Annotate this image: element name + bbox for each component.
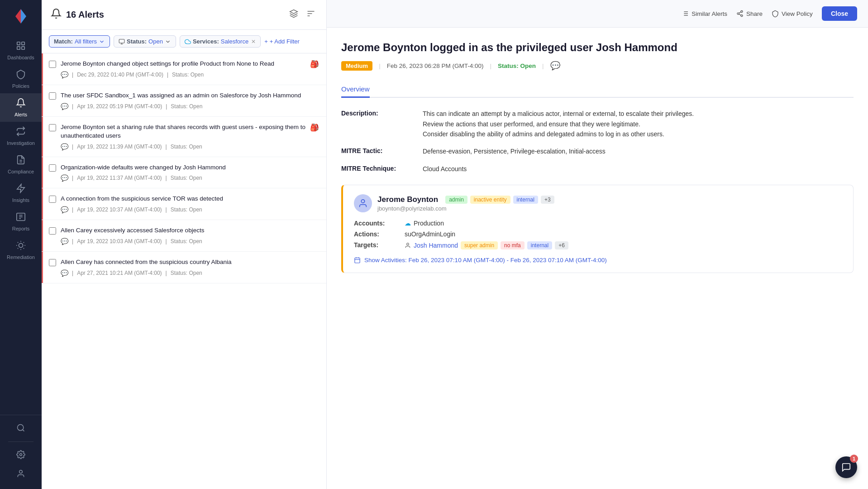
target-name[interactable]: Josh Hammond [414,242,458,249]
svg-rect-47 [355,258,360,263]
svg-rect-5 [17,47,20,49]
sidebar-item-policies[interactable]: Policies [0,65,42,93]
tab-overview[interactable]: Overview [341,82,370,98]
layers-button[interactable] [287,7,300,22]
alert-date: Apr 19, 2022 11:37 AM (GMT-4:00) [77,175,162,181]
alert-item[interactable]: The user SFDC Sandbox_1 was assigned as … [42,85,326,117]
entity-name-section: Jerome Boynton admin inactive entity int… [377,195,554,212]
status-value: Open [148,38,163,45]
svg-rect-31 [119,39,124,43]
alert-checkbox[interactable] [49,124,56,131]
alert-item[interactable]: Allen Carey has connected from the suspi… [42,252,326,283]
show-activities-label: Show Activities: Feb 26, 2023 07:10 AM (… [364,257,607,264]
app-logo[interactable] [12,7,30,27]
bell-icon [51,8,62,21]
sidebar-item-label: Policies [12,83,29,89]
alert-pipe2: | [167,72,168,78]
gear-icon [16,450,25,460]
sidebar-item-remediation[interactable]: Remediation [0,236,42,264]
alert-item-content: Allen Carey has connected from the suspi… [61,258,319,277]
salesforce-chat-icon: 💬 [61,269,68,277]
sidebar-item-alerts[interactable]: Alerts [0,93,42,122]
salesforce-chat-icon: 💬 [61,71,68,78]
comment-icon: 💬 [550,61,560,71]
match-filter-chip[interactable]: Match: All filters [49,35,110,48]
alert-checkbox[interactable] [49,92,56,100]
view-policy-button[interactable]: View Policy [772,10,813,17]
svg-point-14 [19,243,23,247]
add-filter-button[interactable]: + + Add Filter [264,38,300,45]
tag-internal: internal [513,196,538,204]
show-activities-button[interactable]: Show Activities: Feb 26, 2023 07:10 AM (… [354,257,842,264]
chat-icon [841,462,851,472]
alert-checkbox[interactable] [49,61,56,68]
alert-count: 16 Alerts [66,10,104,20]
alert-item[interactable]: Jerome Boynton set a sharing rule that s… [42,117,326,157]
target-tag-internal: internal [527,241,552,249]
entity-name: Jerome Boynton [377,195,438,204]
sidebar-item-reports[interactable]: Reports [0,207,42,236]
alert-severity-border [42,188,43,220]
match-value: All filters [75,38,97,45]
panel-header: 16 Alerts [42,0,326,30]
svg-line-22 [24,242,24,243]
alert-pipe2: | [166,238,167,244]
sidebar-item-profile[interactable] [0,465,42,484]
alert-pipe2: | [166,270,167,276]
alert-item-meta: 💬 | Apr 19, 2022 10:37 AM (GMT-4:00) | S… [61,206,319,213]
alert-item[interactable]: Allen Carey excessively accessed Salesfo… [42,220,326,252]
alert-checkbox[interactable] [49,196,56,203]
sidebar-bottom [0,415,42,484]
alert-item[interactable]: Jerome Boynton changed object settings f… [42,53,326,85]
alert-checkbox[interactable] [49,259,56,266]
alert-severity-high-icon: 🎒 [310,123,319,132]
alert-severity-border [42,85,43,116]
sidebar-item-search[interactable] [0,419,42,438]
chat-badge: 1 [850,455,858,463]
status-icon [119,38,125,45]
svg-point-45 [361,200,364,203]
targets-value: Josh Hammond super admin no mfa internal… [405,241,842,249]
similar-alerts-button[interactable]: Similar Alerts [682,10,727,17]
alert-checkbox[interactable] [49,164,56,172]
service-filter-chip[interactable]: Services: Salesforce ✕ [180,35,261,48]
actions-value: suOrgAdminLogin [405,230,842,238]
alert-severity-border [42,220,43,251]
actions-label: Actions: [354,230,399,238]
mitre-technique-value: Cloud Accounts [423,164,854,174]
sidebar-item-settings[interactable] [0,446,42,465]
chat-bubble[interactable]: 1 [835,456,857,478]
svg-rect-6 [22,47,24,49]
panel-title: 16 Alerts [51,8,104,21]
alert-pipe2: | [166,103,167,110]
sidebar-item-insights[interactable]: Insights [0,179,42,207]
alert-item[interactable]: Organization-wide defaults were changed … [42,157,326,189]
alert-item[interactable]: A connection from the suspicious service… [42,188,326,220]
sidebar-item-investigation[interactable]: Investigation [0,122,42,150]
service-value: Salesforce [221,38,248,45]
alert-pipe: | [72,103,73,110]
sidebar-item-label: Reports [12,226,30,231]
alert-item-content: Jerome Boynton changed object settings f… [61,60,310,78]
share-button[interactable]: Share [736,10,763,17]
alert-checkbox[interactable] [49,227,56,235]
status-filter-chip[interactable]: Status: Open [114,35,176,48]
alert-item-content: Jerome Boynton set a sharing rule that s… [61,123,310,150]
sidebar-item-dashboards[interactable]: Dashboards [0,36,42,65]
alert-item-title: Jerome Boynton set a sharing rule that s… [61,123,310,140]
alert-status: Status: Open [172,72,204,78]
service-filter-remove[interactable]: ✕ [251,38,256,45]
target-tag-superadmin: super admin [461,241,498,249]
close-button[interactable]: Close [822,6,857,21]
salesforce-icon: ☁ [405,220,411,227]
alert-status: Status: Open [171,175,202,181]
mitre-tactic-value: Defense-evasion, Persistence, Privilege-… [423,146,854,156]
avatar [354,194,372,212]
sidebar-item-label: Dashboards [7,55,34,60]
panel-actions [287,7,317,22]
similar-alerts-label: Similar Alerts [692,10,727,17]
sidebar-item-compliance[interactable]: Compliance [0,150,42,179]
alert-item-content: Organization-wide defaults were changed … [61,163,319,182]
salesforce-chat-icon: 💬 [61,174,68,182]
sort-button[interactable] [305,7,317,22]
